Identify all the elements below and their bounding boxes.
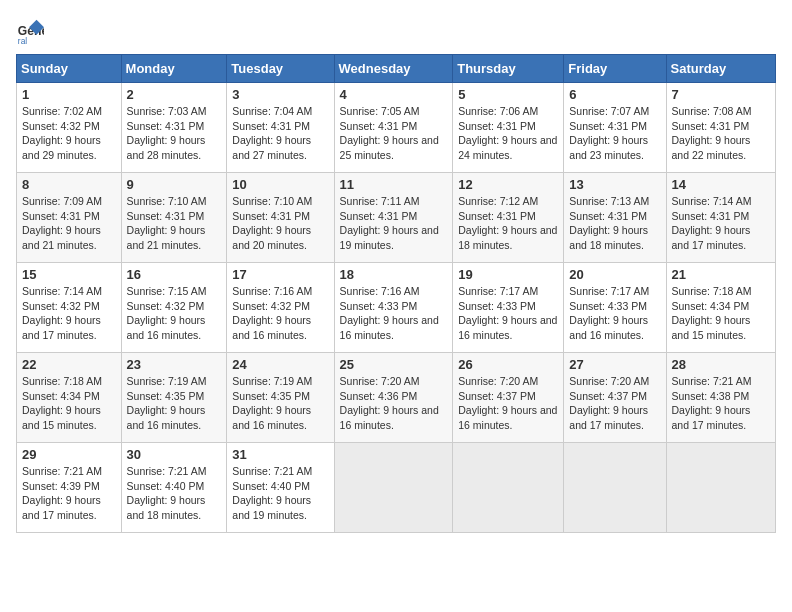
day-number: 27 xyxy=(569,357,660,372)
calendar-cell: 17Sunrise: 7:16 AMSunset: 4:32 PMDayligh… xyxy=(227,263,334,353)
calendar-cell: 31Sunrise: 7:21 AMSunset: 4:40 PMDayligh… xyxy=(227,443,334,533)
calendar-cell: 30Sunrise: 7:21 AMSunset: 4:40 PMDayligh… xyxy=(121,443,227,533)
calendar-cell xyxy=(334,443,453,533)
cell-info: Sunrise: 7:10 AMSunset: 4:31 PMDaylight:… xyxy=(232,194,328,253)
calendar-week-row: 1Sunrise: 7:02 AMSunset: 4:32 PMDaylight… xyxy=(17,83,776,173)
cell-info: Sunrise: 7:02 AMSunset: 4:32 PMDaylight:… xyxy=(22,104,116,163)
day-number: 30 xyxy=(127,447,222,462)
day-number: 14 xyxy=(672,177,770,192)
cell-info: Sunrise: 7:06 AMSunset: 4:31 PMDaylight:… xyxy=(458,104,558,163)
calendar-cell: 9Sunrise: 7:10 AMSunset: 4:31 PMDaylight… xyxy=(121,173,227,263)
cell-info: Sunrise: 7:11 AMSunset: 4:31 PMDaylight:… xyxy=(340,194,448,253)
day-number: 10 xyxy=(232,177,328,192)
cell-info: Sunrise: 7:13 AMSunset: 4:31 PMDaylight:… xyxy=(569,194,660,253)
logo-icon: Gene ral xyxy=(16,16,44,44)
calendar-cell: 14Sunrise: 7:14 AMSunset: 4:31 PMDayligh… xyxy=(666,173,775,263)
calendar-week-row: 8Sunrise: 7:09 AMSunset: 4:31 PMDaylight… xyxy=(17,173,776,263)
logo: Gene ral xyxy=(16,16,48,44)
calendar-cell: 1Sunrise: 7:02 AMSunset: 4:32 PMDaylight… xyxy=(17,83,122,173)
cell-info: Sunrise: 7:21 AMSunset: 4:39 PMDaylight:… xyxy=(22,464,116,523)
day-number: 16 xyxy=(127,267,222,282)
calendar-cell: 20Sunrise: 7:17 AMSunset: 4:33 PMDayligh… xyxy=(564,263,666,353)
day-number: 12 xyxy=(458,177,558,192)
day-number: 17 xyxy=(232,267,328,282)
cell-info: Sunrise: 7:08 AMSunset: 4:31 PMDaylight:… xyxy=(672,104,770,163)
cell-info: Sunrise: 7:04 AMSunset: 4:31 PMDaylight:… xyxy=(232,104,328,163)
day-number: 29 xyxy=(22,447,116,462)
calendar-cell: 8Sunrise: 7:09 AMSunset: 4:31 PMDaylight… xyxy=(17,173,122,263)
cell-info: Sunrise: 7:10 AMSunset: 4:31 PMDaylight:… xyxy=(127,194,222,253)
day-number: 6 xyxy=(569,87,660,102)
cell-info: Sunrise: 7:03 AMSunset: 4:31 PMDaylight:… xyxy=(127,104,222,163)
calendar-week-row: 29Sunrise: 7:21 AMSunset: 4:39 PMDayligh… xyxy=(17,443,776,533)
day-number: 2 xyxy=(127,87,222,102)
header-monday: Monday xyxy=(121,55,227,83)
calendar-cell xyxy=(666,443,775,533)
calendar-cell: 18Sunrise: 7:16 AMSunset: 4:33 PMDayligh… xyxy=(334,263,453,353)
header-saturday: Saturday xyxy=(666,55,775,83)
cell-info: Sunrise: 7:16 AMSunset: 4:33 PMDaylight:… xyxy=(340,284,448,343)
calendar-cell xyxy=(453,443,564,533)
header-sunday: Sunday xyxy=(17,55,122,83)
cell-info: Sunrise: 7:21 AMSunset: 4:40 PMDaylight:… xyxy=(232,464,328,523)
day-number: 1 xyxy=(22,87,116,102)
calendar-week-row: 15Sunrise: 7:14 AMSunset: 4:32 PMDayligh… xyxy=(17,263,776,353)
cell-info: Sunrise: 7:14 AMSunset: 4:32 PMDaylight:… xyxy=(22,284,116,343)
header-thursday: Thursday xyxy=(453,55,564,83)
calendar-cell: 24Sunrise: 7:19 AMSunset: 4:35 PMDayligh… xyxy=(227,353,334,443)
day-number: 7 xyxy=(672,87,770,102)
calendar-cell: 25Sunrise: 7:20 AMSunset: 4:36 PMDayligh… xyxy=(334,353,453,443)
calendar-week-row: 22Sunrise: 7:18 AMSunset: 4:34 PMDayligh… xyxy=(17,353,776,443)
cell-info: Sunrise: 7:15 AMSunset: 4:32 PMDaylight:… xyxy=(127,284,222,343)
header-friday: Friday xyxy=(564,55,666,83)
cell-info: Sunrise: 7:09 AMSunset: 4:31 PMDaylight:… xyxy=(22,194,116,253)
cell-info: Sunrise: 7:18 AMSunset: 4:34 PMDaylight:… xyxy=(672,284,770,343)
calendar-cell: 3Sunrise: 7:04 AMSunset: 4:31 PMDaylight… xyxy=(227,83,334,173)
day-number: 23 xyxy=(127,357,222,372)
calendar-cell: 23Sunrise: 7:19 AMSunset: 4:35 PMDayligh… xyxy=(121,353,227,443)
day-number: 31 xyxy=(232,447,328,462)
calendar-cell: 27Sunrise: 7:20 AMSunset: 4:37 PMDayligh… xyxy=(564,353,666,443)
calendar-table: SundayMondayTuesdayWednesdayThursdayFrid… xyxy=(16,54,776,533)
cell-info: Sunrise: 7:19 AMSunset: 4:35 PMDaylight:… xyxy=(232,374,328,433)
svg-text:ral: ral xyxy=(18,36,27,44)
calendar-cell: 29Sunrise: 7:21 AMSunset: 4:39 PMDayligh… xyxy=(17,443,122,533)
day-number: 5 xyxy=(458,87,558,102)
calendar-cell: 6Sunrise: 7:07 AMSunset: 4:31 PMDaylight… xyxy=(564,83,666,173)
cell-info: Sunrise: 7:18 AMSunset: 4:34 PMDaylight:… xyxy=(22,374,116,433)
day-number: 11 xyxy=(340,177,448,192)
cell-info: Sunrise: 7:21 AMSunset: 4:40 PMDaylight:… xyxy=(127,464,222,523)
day-number: 26 xyxy=(458,357,558,372)
day-number: 25 xyxy=(340,357,448,372)
cell-info: Sunrise: 7:16 AMSunset: 4:32 PMDaylight:… xyxy=(232,284,328,343)
calendar-cell: 26Sunrise: 7:20 AMSunset: 4:37 PMDayligh… xyxy=(453,353,564,443)
calendar-cell: 4Sunrise: 7:05 AMSunset: 4:31 PMDaylight… xyxy=(334,83,453,173)
cell-info: Sunrise: 7:12 AMSunset: 4:31 PMDaylight:… xyxy=(458,194,558,253)
calendar-cell: 7Sunrise: 7:08 AMSunset: 4:31 PMDaylight… xyxy=(666,83,775,173)
cell-info: Sunrise: 7:17 AMSunset: 4:33 PMDaylight:… xyxy=(458,284,558,343)
cell-info: Sunrise: 7:21 AMSunset: 4:38 PMDaylight:… xyxy=(672,374,770,433)
calendar-cell: 13Sunrise: 7:13 AMSunset: 4:31 PMDayligh… xyxy=(564,173,666,263)
calendar-cell: 5Sunrise: 7:06 AMSunset: 4:31 PMDaylight… xyxy=(453,83,564,173)
cell-info: Sunrise: 7:05 AMSunset: 4:31 PMDaylight:… xyxy=(340,104,448,163)
cell-info: Sunrise: 7:20 AMSunset: 4:36 PMDaylight:… xyxy=(340,374,448,433)
cell-info: Sunrise: 7:07 AMSunset: 4:31 PMDaylight:… xyxy=(569,104,660,163)
day-number: 13 xyxy=(569,177,660,192)
calendar-cell: 15Sunrise: 7:14 AMSunset: 4:32 PMDayligh… xyxy=(17,263,122,353)
calendar-header-row: SundayMondayTuesdayWednesdayThursdayFrid… xyxy=(17,55,776,83)
calendar-cell: 2Sunrise: 7:03 AMSunset: 4:31 PMDaylight… xyxy=(121,83,227,173)
day-number: 21 xyxy=(672,267,770,282)
day-number: 8 xyxy=(22,177,116,192)
day-number: 19 xyxy=(458,267,558,282)
header: Gene ral xyxy=(16,16,776,44)
header-wednesday: Wednesday xyxy=(334,55,453,83)
cell-info: Sunrise: 7:14 AMSunset: 4:31 PMDaylight:… xyxy=(672,194,770,253)
calendar-cell: 12Sunrise: 7:12 AMSunset: 4:31 PMDayligh… xyxy=(453,173,564,263)
day-number: 24 xyxy=(232,357,328,372)
calendar-cell: 21Sunrise: 7:18 AMSunset: 4:34 PMDayligh… xyxy=(666,263,775,353)
day-number: 20 xyxy=(569,267,660,282)
day-number: 15 xyxy=(22,267,116,282)
cell-info: Sunrise: 7:20 AMSunset: 4:37 PMDaylight:… xyxy=(569,374,660,433)
day-number: 28 xyxy=(672,357,770,372)
calendar-cell: 16Sunrise: 7:15 AMSunset: 4:32 PMDayligh… xyxy=(121,263,227,353)
